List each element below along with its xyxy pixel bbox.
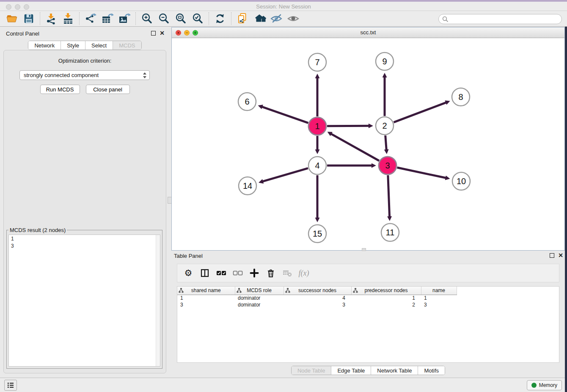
search-icon <box>442 16 449 22</box>
tab-select[interactable]: Select <box>85 41 113 50</box>
window-titlebar: Session: New Session <box>0 0 567 11</box>
tab-edge-table[interactable]: Edge Table <box>331 366 371 375</box>
column-header-name[interactable]: name <box>421 287 457 295</box>
open-session-button[interactable] <box>3 12 20 25</box>
mcds-result-area[interactable]: 1 3 <box>8 235 160 367</box>
network-canvas[interactable]: 7968124314101511 <box>172 38 564 250</box>
first-neighbors-button[interactable] <box>251 12 268 25</box>
export-network-button[interactable] <box>82 12 99 25</box>
graph-edge-3-1[interactable] <box>331 134 379 161</box>
export-image-icon <box>118 13 131 25</box>
graph-node-label: 4 <box>315 161 319 170</box>
column-header-predecessor-nodes[interactable]: predecessor nodes <box>351 287 421 295</box>
export-table-button[interactable] <box>99 12 116 25</box>
search-input[interactable] <box>449 16 561 22</box>
column-header-shared-name[interactable]: shared name <box>177 287 235 295</box>
tab-network-table[interactable]: Network Table <box>371 366 418 375</box>
dropdown-stepper-icon <box>143 72 147 79</box>
function-builder-button[interactable]: f(x) <box>297 266 311 280</box>
column-header-MCDS-role[interactable]: MCDS role <box>235 287 284 295</box>
float-table-panel-icon[interactable] <box>550 253 554 258</box>
graph-edge-1-6[interactable] <box>262 107 308 123</box>
table-row[interactable]: 3dominator323 <box>177 301 460 308</box>
horizontal-splitter-handle[interactable] <box>362 248 366 251</box>
column-browser-button[interactable] <box>198 266 212 280</box>
table-cell[interactable]: 2 <box>351 301 421 308</box>
close-panel-icon[interactable]: ✕ <box>160 31 165 36</box>
table-panel-tabs: Node Table Edge Table Network Table Moti… <box>291 366 445 375</box>
export-network-icon <box>84 13 97 25</box>
graph-edge-1-2[interactable] <box>327 126 369 126</box>
node-table[interactable]: shared nameMCDS rolesuccessor nodesprede… <box>177 286 559 363</box>
select-all-columns-button[interactable] <box>215 266 228 280</box>
graph-edge-3-10[interactable] <box>397 168 446 178</box>
column-browser-icon <box>200 268 209 278</box>
table-cell[interactable]: 4 <box>284 295 351 301</box>
save-icon <box>23 13 34 24</box>
zoom-in-button[interactable] <box>138 12 155 25</box>
export-table-icon <box>101 13 114 25</box>
hide-selected-button[interactable] <box>268 12 285 25</box>
graph-edge-3-11[interactable] <box>388 175 390 217</box>
close-panel-button[interactable]: Close panel <box>86 85 130 94</box>
graph-edge-2-3[interactable] <box>385 135 387 150</box>
task-history-button[interactable] <box>4 380 17 391</box>
table-row[interactable]: 1dominator411 <box>177 295 460 301</box>
export-image-button[interactable] <box>116 12 133 25</box>
zoom-fit-button[interactable] <box>172 12 189 25</box>
delete-rows-button[interactable] <box>264 266 278 280</box>
network-view-window: × – + scc.txt 7968124314101511 <box>171 27 565 251</box>
save-session-button[interactable] <box>20 12 37 25</box>
table-cell[interactable]: dominator <box>235 301 284 308</box>
delete-table-button[interactable] <box>281 266 294 280</box>
table-cell[interactable]: 1 <box>177 295 235 301</box>
new-network-from-selection-button[interactable] <box>234 12 251 25</box>
list-icon <box>7 382 14 389</box>
table-cell[interactable]: dominator <box>235 295 284 301</box>
fx-icon: f(x) <box>299 269 309 278</box>
float-panel-icon[interactable] <box>151 31 156 36</box>
graph-edge-4-14[interactable] <box>263 168 308 181</box>
column-header-successor-nodes[interactable]: successor nodes <box>284 287 351 295</box>
tab-network[interactable]: Network <box>28 41 61 50</box>
refresh-icon <box>214 13 226 25</box>
mcds-tab-content: Optimization criterion: strongly connect… <box>3 50 166 373</box>
graph-node-label: 15 <box>313 229 322 238</box>
mcds-result-groupbox: MCDS result (2 nodes) 1 3 <box>6 230 162 369</box>
criterion-dropdown[interactable]: strongly connected component <box>19 70 150 80</box>
close-table-panel-icon[interactable]: ✕ <box>558 253 563 258</box>
tab-mcds[interactable]: MCDS <box>113 41 141 50</box>
refresh-layout-button[interactable] <box>212 12 228 25</box>
run-mcds-button[interactable]: Run MCDS <box>40 85 80 94</box>
table-panel: Table Panel ✕ ⚙ <box>171 252 565 378</box>
import-table-button[interactable] <box>60 12 77 25</box>
control-panel-tabs: Network Style Select MCDS <box>28 41 141 50</box>
table-cell[interactable]: 3 <box>421 301 457 308</box>
table-cell[interactable]: 3 <box>177 301 235 308</box>
tab-motifs[interactable]: Motifs <box>418 366 445 375</box>
table-settings-button[interactable]: ⚙ <box>182 266 195 280</box>
toolbar-separator <box>79 12 80 25</box>
graph-edge-2-8[interactable] <box>394 102 446 122</box>
graph-node-label: 8 <box>458 92 463 102</box>
add-row-button[interactable] <box>248 266 261 280</box>
result-scrollbar[interactable] <box>156 235 160 366</box>
search-field[interactable] <box>438 14 562 24</box>
deselect-all-columns-button[interactable] <box>231 266 245 280</box>
node-table-body: 1dominator4113dominator323 <box>177 295 460 308</box>
gear-icon: ⚙ <box>184 269 193 277</box>
table-cell[interactable]: 1 <box>421 295 457 301</box>
tab-style[interactable]: Style <box>61 41 85 50</box>
table-cell[interactable]: 1 <box>351 295 421 301</box>
network-window-titlebar[interactable]: × – + scc.txt <box>172 28 564 38</box>
graph-node-label: 9 <box>382 57 387 66</box>
graph-node-label: 2 <box>382 121 387 130</box>
table-cell[interactable]: 3 <box>284 301 351 308</box>
zoom-selected-button[interactable] <box>189 12 206 25</box>
show-all-button[interactable] <box>285 12 302 25</box>
zoom-out-button[interactable] <box>155 12 172 25</box>
import-network-button[interactable] <box>43 12 60 25</box>
memory-button[interactable]: Memory <box>527 380 562 390</box>
control-panel: Control Panel ✕ Network Style Select MCD… <box>3 30 166 373</box>
tab-node-table[interactable]: Node Table <box>292 366 331 375</box>
